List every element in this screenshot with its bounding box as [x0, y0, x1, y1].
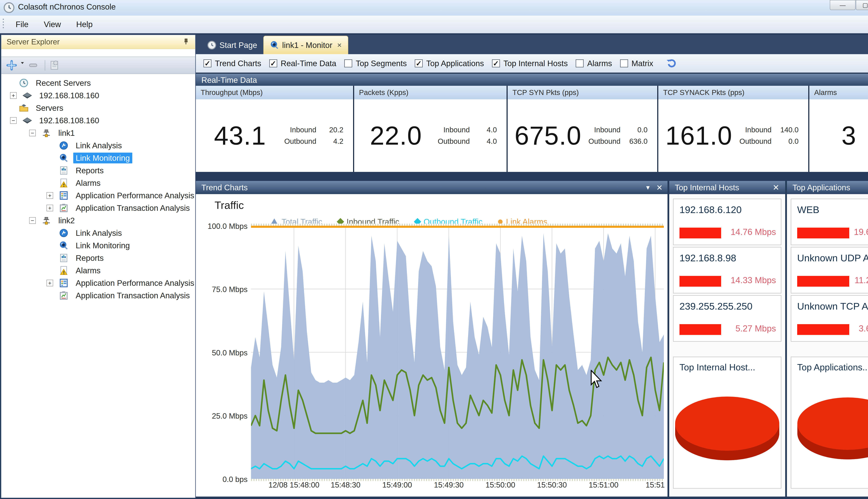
server-tree: Recent Servers+192.168.108.160Servers−19…: [1, 77, 195, 302]
refresh-icon[interactable]: [666, 58, 677, 69]
item-bar: [797, 324, 849, 335]
tree-item-reports[interactable]: Reports: [1, 252, 195, 264]
checkbox-checked-icon[interactable]: ✓: [415, 59, 423, 68]
toggle-real-time-data[interactable]: ✓Real-Time Data: [269, 59, 336, 68]
tree-item-link1[interactable]: −link1: [1, 127, 195, 139]
item-bar: [797, 276, 849, 287]
toggle-alarms[interactable]: Alarms: [576, 59, 612, 68]
tree-item-application-performance-analysis[interactable]: +Application Performance Analysis: [1, 189, 195, 202]
top-item-card-239-255-255-250[interactable]: 239.255.255.2505.27 Mbps: [673, 295, 781, 342]
top-item-card-unknown-udp-a-[interactable]: Unknown UDP A...11.23 Mbps: [791, 247, 868, 293]
item-name: WEB: [797, 204, 819, 215]
tab-label: link1 - Monitor: [282, 40, 332, 50]
tree-item-link-analysis[interactable]: Link Analysis: [1, 139, 195, 152]
menu-item-view[interactable]: View: [36, 18, 69, 31]
expand-icon[interactable]: +: [47, 280, 53, 286]
view-toggle-bar: ✓Trend Charts✓Real-Time DataTop Segments…: [196, 54, 868, 73]
tree-item-link-analysis[interactable]: Link Analysis: [1, 227, 195, 239]
menu-item-file[interactable]: File: [8, 18, 36, 31]
maximize-button[interactable]: ▢: [856, 0, 868, 10]
tree-item-label: Application Transaction Analysis: [73, 203, 192, 214]
tree-item-label: link2: [56, 215, 77, 226]
toggle-label: Top Internal Hosts: [503, 59, 568, 68]
tree-item-link-monitoring[interactable]: Link Monitoring: [1, 152, 195, 164]
item-value: 11.23 Mbps: [854, 275, 868, 285]
tree-item-192-168-108-160[interactable]: +192.168.108.160: [1, 89, 195, 102]
y-axis-label: 75.0 Mbps: [197, 285, 247, 294]
collapse-icon[interactable]: −: [29, 130, 36, 136]
y-axis-label: 25.0 Mbps: [197, 412, 247, 421]
link-monitoring-icon: [59, 153, 69, 163]
server-explorer-panel: Server Explorer Recent Servers+192.168.1…: [1, 35, 195, 498]
outbound-label: Outbound: [438, 137, 470, 146]
toggle-top-internal-hosts[interactable]: ✓Top Internal Hosts: [492, 59, 568, 68]
pie-chart-card[interactable]: Top Internal Host...: [673, 357, 781, 489]
real-time-stat-panels: Throughput (Mbps)43.1Inbound20.2Outbound…: [196, 86, 868, 172]
top-item-card-192-168-8-98[interactable]: 192.168.8.9814.33 Mbps: [673, 247, 781, 293]
outbound-value: 636.0: [625, 137, 648, 146]
tree-item-application-transaction-analysis[interactable]: +Application Transaction Analysis: [1, 202, 195, 214]
top-item-card-192-168-6-120[interactable]: 192.168.6.12014.76 Mbps: [673, 199, 781, 245]
tree-item-label: Application Transaction Analysis: [73, 290, 192, 301]
traffic-chart-plot[interactable]: [251, 226, 664, 479]
item-name: 239.255.255.250: [680, 301, 753, 312]
expand-icon[interactable]: +: [47, 205, 53, 211]
tree-item-alarms[interactable]: Alarms: [1, 264, 195, 277]
minimize-button[interactable]: —: [830, 0, 856, 10]
collapse-icon[interactable]: −: [29, 217, 36, 224]
checkbox-checked-icon[interactable]: ✓: [204, 59, 211, 68]
tab-link1-monitor[interactable]: link1 - Monitor×: [264, 36, 348, 54]
tab-start-page[interactable]: Start Page: [201, 36, 264, 54]
tree-item-label: 192.168.108.160: [37, 115, 101, 126]
tree-item-application-transaction-analysis[interactable]: Application Transaction Analysis: [1, 289, 195, 302]
inbound-label: Inbound: [739, 126, 772, 134]
item-value: 14.33 Mbps: [731, 275, 776, 285]
toggle-matrix[interactable]: Matrix: [620, 59, 653, 68]
inbound-value: 20.2: [321, 126, 343, 134]
checkbox-unchecked-icon[interactable]: [620, 59, 628, 68]
expand-icon[interactable]: +: [47, 192, 53, 199]
inbound-label: Inbound: [588, 126, 621, 134]
pie-chart-card[interactable]: Top Applications...: [791, 357, 868, 489]
legend-marker-circle: [498, 219, 503, 224]
toggle-top-applications[interactable]: ✓Top Applications: [415, 59, 484, 68]
link-analysis-icon: [59, 141, 69, 150]
pin-icon[interactable]: [182, 38, 190, 46]
menu-item-help[interactable]: Help: [69, 18, 100, 31]
toggle-trend-charts[interactable]: ✓Trend Charts: [204, 59, 261, 68]
add-server-icon[interactable]: [6, 60, 17, 71]
app-perf-icon: [59, 278, 69, 288]
top-item-card-unknown-tcp-a-[interactable]: Unknown TCP A...3.65 Mbps: [791, 295, 868, 342]
clock-icon: [207, 41, 216, 50]
top-internal-hosts-close-icon[interactable]: ✕: [772, 181, 779, 194]
tree-item-reports[interactable]: Reports: [1, 164, 195, 177]
tree-item-servers[interactable]: Servers: [1, 102, 195, 114]
tree-item-link-monitoring[interactable]: Link Monitoring: [1, 239, 195, 252]
checkbox-checked-icon[interactable]: ✓: [269, 59, 277, 68]
trend-charts-title: Trend Charts: [201, 183, 248, 192]
tree-item-label: Reports: [73, 253, 106, 264]
tree-item-192-168-108-160[interactable]: −192.168.108.160: [1, 114, 195, 127]
dropdown-caret-icon[interactable]: [20, 60, 25, 71]
stat-value: 3: [809, 121, 868, 151]
outbound-value: 4.2: [321, 137, 343, 146]
tree-item-label: Alarms: [73, 265, 103, 276]
tree-item-alarms[interactable]: Alarms: [1, 177, 195, 189]
pie-card-title: Top Applications...: [797, 362, 868, 373]
tree-item-label: Servers: [33, 102, 65, 113]
tree-item-label: 192.168.108.160: [37, 90, 101, 101]
trend-charts-close-icon[interactable]: ✕: [656, 181, 663, 194]
checkbox-unchecked-icon[interactable]: [576, 59, 584, 68]
inbound-value: 0.0: [625, 126, 648, 134]
expand-icon[interactable]: +: [10, 92, 17, 99]
tree-item-link2[interactable]: −link2: [1, 214, 195, 227]
checkbox-unchecked-icon[interactable]: [344, 59, 352, 68]
collapse-chevron-icon[interactable]: ▼: [645, 181, 651, 194]
tree-item-application-performance-analysis[interactable]: +Application Performance Analysis: [1, 277, 195, 289]
tab-close-icon[interactable]: ×: [337, 41, 342, 49]
tree-item-recent-servers[interactable]: Recent Servers: [1, 77, 195, 89]
top-item-card-web[interactable]: WEB19.66 Mbps: [791, 199, 868, 245]
toggle-top-segments[interactable]: Top Segments: [344, 59, 407, 68]
checkbox-checked-icon[interactable]: ✓: [492, 59, 500, 68]
collapse-icon[interactable]: −: [10, 117, 17, 124]
